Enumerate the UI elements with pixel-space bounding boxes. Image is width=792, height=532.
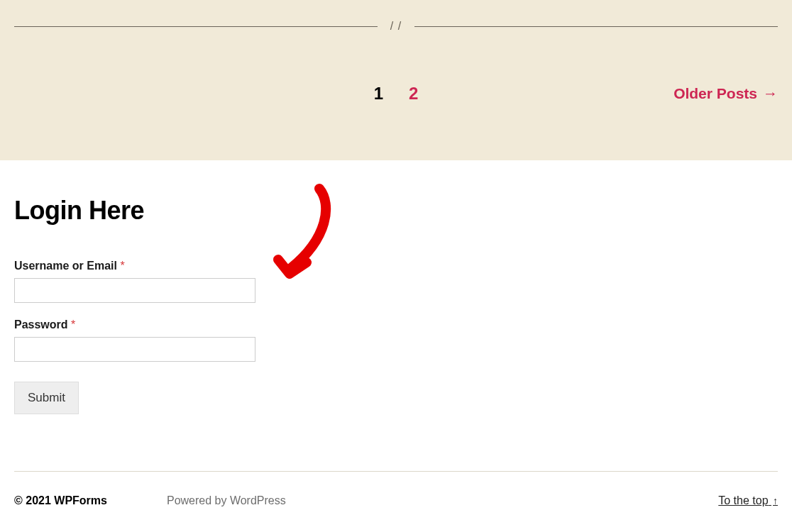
required-mark: * [120, 260, 124, 272]
divider-line-right [414, 26, 778, 27]
username-label-text: Username or Email [14, 260, 117, 272]
pagination-row: 1 2 Older Posts → [14, 84, 778, 104]
divider-line-left [14, 26, 378, 27]
older-posts-label: Older Posts [673, 85, 757, 102]
required-mark: * [71, 318, 75, 331]
username-group: Username or Email * [14, 260, 778, 303]
username-label: Username or Email * [14, 260, 778, 272]
login-heading: Login Here [14, 196, 778, 226]
arrow-right-icon: → [763, 85, 778, 102]
footer-powered: Powered by WordPress [167, 494, 286, 507]
to-top-link[interactable]: To the top ↑ [718, 494, 778, 507]
to-top-label: To the top [718, 494, 768, 506]
pagination-section: / / 1 2 Older Posts → [0, 0, 792, 160]
footer: © 2021 WPForms Powered by WordPress To t… [0, 472, 792, 517]
password-label-text: Password [14, 318, 68, 331]
password-input[interactable] [14, 337, 255, 362]
page-current: 1 [374, 84, 383, 104]
divider: / / [14, 0, 778, 33]
older-posts-link[interactable]: Older Posts → [673, 85, 778, 102]
footer-copyright: © 2021 WPForms [14, 494, 107, 507]
annotation-arrow-icon [270, 183, 341, 289]
password-label: Password * [14, 318, 778, 331]
page-link-2[interactable]: 2 [409, 84, 418, 104]
arrow-up-icon: ↑ [773, 495, 778, 506]
password-group: Password * [14, 318, 778, 362]
login-section: Login Here Username or Email * Password … [0, 160, 792, 471]
divider-slash-icon: / / [390, 20, 402, 33]
page-numbers: 1 2 [374, 84, 419, 104]
username-input[interactable] [14, 278, 255, 303]
submit-button[interactable]: Submit [14, 382, 79, 414]
